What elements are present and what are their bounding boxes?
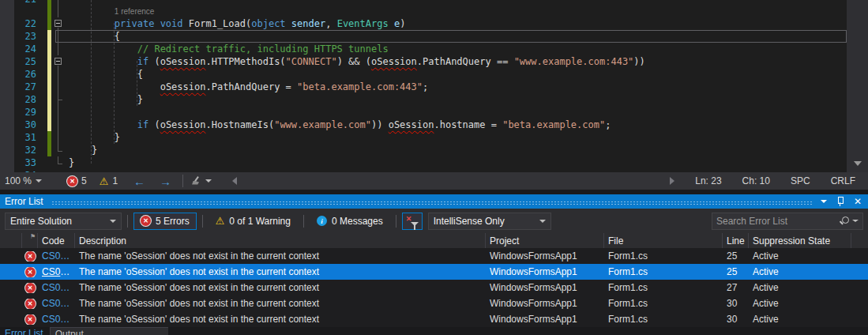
error-code-link[interactable]: CS0103 bbox=[38, 282, 75, 293]
outline-margin[interactable] bbox=[51, 131, 66, 144]
code-line[interactable]: oSession.PathAndQuery = "beta.example.co… bbox=[66, 81, 847, 93]
error-code-link[interactable]: CS0103 bbox=[38, 250, 75, 262]
messages-filter-button[interactable]: i 0 Messages bbox=[310, 213, 390, 230]
error-row[interactable]: ✕CS0103The name 'oSession' does not exis… bbox=[0, 248, 868, 264]
code-editor[interactable]: 211 reference22private void Form1_Load(o… bbox=[0, 0, 868, 172]
error-list-title-bar[interactable]: Error List ✕ bbox=[0, 194, 868, 209]
tab-error-list[interactable]: Error List bbox=[0, 327, 50, 335]
line-number: 30 bbox=[14, 119, 38, 131]
intellisense-dropdown[interactable]: IntelliSense Only bbox=[428, 213, 551, 230]
navigate-back-button[interactable]: ← bbox=[133, 175, 145, 187]
warnings-filter-button[interactable]: ⚠ 0 of 1 Warning bbox=[209, 213, 298, 230]
chevron-down-icon[interactable] bbox=[36, 179, 42, 183]
column-header-file[interactable]: File bbox=[604, 233, 723, 248]
error-icon: ✕ bbox=[25, 314, 36, 325]
breakpoint-margin[interactable] bbox=[0, 55, 14, 68]
error-row[interactable]: ✕CS0103The name 'oSession' does not exis… bbox=[0, 280, 868, 295]
outline-margin[interactable] bbox=[51, 55, 66, 68]
breakpoint-margin[interactable] bbox=[0, 156, 14, 169]
column-header-suppression[interactable]: Suppression State bbox=[749, 233, 851, 248]
code-line[interactable]: } bbox=[66, 144, 847, 156]
outline-margin[interactable] bbox=[51, 30, 66, 43]
outline-margin[interactable] bbox=[51, 119, 66, 131]
spaces-indicator[interactable]: SPC bbox=[791, 175, 810, 186]
breakpoint-margin[interactable] bbox=[0, 119, 14, 131]
line-indicator: Ln: 23 bbox=[695, 175, 721, 186]
error-row[interactable]: ✕CS0103The name 'oSession' does not exis… bbox=[0, 264, 868, 280]
chevron-down-icon[interactable] bbox=[205, 179, 212, 183]
breakpoint-margin[interactable] bbox=[0, 0, 14, 6]
breakpoint-margin[interactable] bbox=[0, 93, 14, 106]
errors-filter-button[interactable]: ✕ 5 Errors bbox=[133, 213, 197, 230]
outline-margin[interactable] bbox=[51, 68, 66, 81]
breakpoint-margin[interactable] bbox=[0, 30, 14, 43]
breakpoint-margin[interactable] bbox=[0, 43, 14, 55]
hscroll-left-arrow-icon[interactable] bbox=[232, 177, 237, 185]
drag-handle[interactable] bbox=[51, 201, 813, 205]
code-line[interactable]: { bbox=[66, 68, 847, 81]
warning-indicator[interactable]: ⚠ 1 bbox=[100, 175, 118, 186]
column-header-project[interactable]: Project bbox=[486, 233, 604, 248]
tab-output[interactable]: Output bbox=[50, 327, 168, 335]
navigate-forward-button[interactable]: → bbox=[160, 175, 171, 187]
code-cleanup-button[interactable] bbox=[191, 176, 212, 186]
pin-icon[interactable] bbox=[836, 197, 844, 206]
error-code-link[interactable]: CS0103 bbox=[38, 298, 75, 309]
close-icon[interactable]: ✕ bbox=[854, 197, 862, 206]
chevron-down-icon[interactable] bbox=[852, 220, 859, 222]
code-line[interactable]: private void Form1_Load(object sender, E… bbox=[66, 17, 847, 30]
breakpoint-margin[interactable] bbox=[0, 144, 14, 156]
breakpoint-margin[interactable] bbox=[0, 17, 14, 30]
error-indicator[interactable]: ✕ 5 bbox=[67, 175, 87, 186]
code-line[interactable]: } bbox=[66, 156, 847, 169]
breakpoint-margin[interactable] bbox=[0, 131, 14, 144]
code-token: ; bbox=[423, 81, 428, 92]
multi-filter-button[interactable]: ✕ bbox=[402, 213, 423, 230]
outline-margin[interactable] bbox=[51, 106, 66, 119]
breakpoint-margin[interactable] bbox=[0, 68, 14, 81]
code-line[interactable]: if (oSession.HostnameIs("www.example.com… bbox=[66, 119, 847, 131]
outline-margin[interactable] bbox=[51, 6, 66, 17]
codelens-references[interactable]: 1 reference bbox=[66, 6, 847, 17]
eol-indicator[interactable]: CRLF bbox=[831, 175, 855, 186]
column-header-line[interactable]: Line bbox=[723, 233, 749, 248]
search-input[interactable] bbox=[716, 216, 836, 227]
collapse-box-icon[interactable] bbox=[54, 58, 62, 65]
outline-margin[interactable] bbox=[51, 43, 66, 55]
outline-margin[interactable] bbox=[51, 81, 66, 93]
code-line[interactable] bbox=[66, 0, 847, 6]
breakpoint-margin[interactable] bbox=[0, 6, 14, 17]
collapse-box-icon[interactable] bbox=[54, 20, 62, 27]
outline-margin[interactable] bbox=[51, 17, 66, 30]
zoom-control[interactable]: 100 % bbox=[5, 175, 42, 186]
outline-margin[interactable] bbox=[51, 93, 66, 106]
code-line[interactable]: { bbox=[66, 30, 847, 43]
window-position-icon[interactable] bbox=[821, 200, 827, 203]
scope-dropdown[interactable]: Entire Solution bbox=[5, 213, 122, 230]
error-code-link[interactable]: CS0103 bbox=[38, 314, 75, 325]
code-line[interactable]: } bbox=[66, 131, 847, 144]
search-box[interactable] bbox=[712, 213, 863, 230]
breakpoint-margin[interactable] bbox=[0, 106, 14, 119]
search-icon[interactable] bbox=[839, 216, 849, 226]
gutter-column-header[interactable] bbox=[0, 233, 22, 248]
breakpoint-margin[interactable] bbox=[0, 81, 14, 93]
editor-viewport[interactable]: 211 reference22private void Form1_Load(o… bbox=[0, 0, 847, 172]
code-line[interactable]: } bbox=[66, 93, 847, 106]
column-header-code[interactable]: Code bbox=[38, 233, 75, 248]
scroll-down-arrow-icon[interactable] bbox=[854, 161, 862, 166]
outline-margin[interactable] bbox=[51, 0, 66, 6]
severity-column-header[interactable]: ⚑ bbox=[22, 233, 38, 248]
vertical-scrollbar[interactable] bbox=[847, 0, 868, 172]
error-row[interactable]: ✕CS0103The name 'oSession' does not exis… bbox=[0, 295, 868, 311]
code-token: .HostnameIs( bbox=[205, 119, 274, 130]
hscroll-right-arrow-icon[interactable] bbox=[670, 177, 674, 185]
code-line[interactable] bbox=[66, 106, 847, 119]
code-line[interactable]: if (oSession.HTTPMethodIs("CONNECT") && … bbox=[66, 55, 847, 68]
error-row[interactable]: ✕CS0103The name 'oSession' does not exis… bbox=[0, 311, 868, 327]
code-line[interactable]: // Redirect traffic, including HTTPS tun… bbox=[66, 43, 847, 55]
outline-margin[interactable] bbox=[51, 156, 66, 169]
error-code-link[interactable]: CS0103 bbox=[38, 266, 75, 277]
column-header-description[interactable]: Description bbox=[75, 233, 486, 248]
outline-margin[interactable] bbox=[51, 144, 66, 156]
